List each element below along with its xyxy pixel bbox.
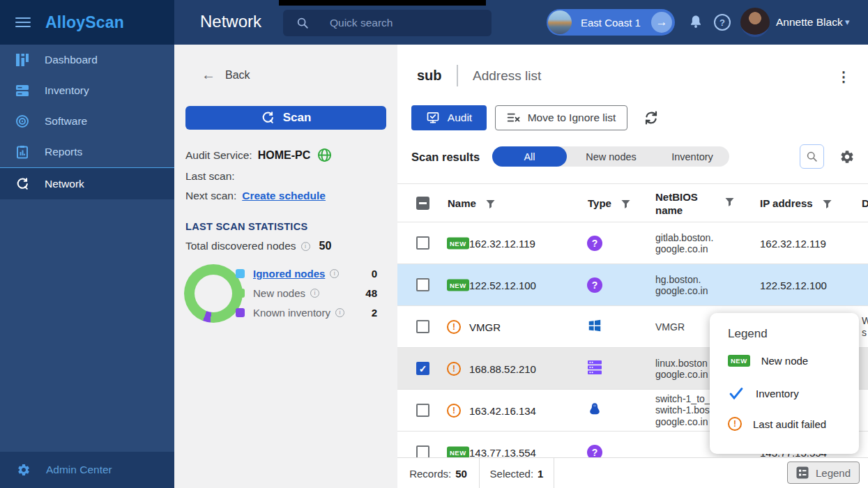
select-all-checkbox[interactable] (416, 197, 429, 210)
last-scan-label: Last scan: (185, 170, 235, 183)
network-scan-icon (15, 177, 29, 191)
last-audit-failed-icon: ! (728, 417, 742, 431)
legend-icon (796, 466, 809, 479)
legend-row-new: New nodes i 48 (236, 286, 377, 300)
netbios-name: switch-1_to_ switch-1.bos google.co.in (655, 393, 710, 428)
filter-icon[interactable] (823, 199, 832, 208)
app-logo: AlloyScan (45, 13, 124, 32)
screen-artifact-strip (279, 0, 486, 6)
records-count: Records: 50 (397, 458, 480, 488)
tab-new-nodes[interactable]: New nodes (567, 146, 655, 167)
audit-service-label: Audit Service: (185, 149, 252, 162)
info-icon: i (301, 242, 310, 251)
scan-button[interactable]: Scan (185, 106, 386, 130)
row-checkbox[interactable] (416, 404, 429, 417)
scan-button-label: Scan (283, 111, 312, 125)
legend-toggle-button[interactable]: Legend (787, 462, 860, 484)
sidebar-item-label: Network (45, 178, 84, 190)
admin-center-label: Admin Center (46, 464, 112, 476)
table-search-button[interactable] (800, 144, 824, 169)
move-to-ignore-list-button[interactable]: Move to Ignore list (495, 105, 627, 130)
breadcrumb-primary: sub (417, 68, 442, 84)
row-checkbox[interactable] (416, 320, 429, 333)
main-content: sub Address list ⋮ Audit Move to Ignore … (397, 45, 868, 488)
sidebar-item-label: Inventory (45, 84, 89, 97)
audit-button[interactable]: Audit (411, 105, 487, 130)
column-header-cutoff: D (862, 197, 868, 210)
info-icon: i (330, 269, 339, 278)
tab-inventory[interactable]: Inventory (655, 146, 729, 167)
sidebar-header: AlloyScan (0, 0, 174, 45)
last-audit-failed-icon: ! (447, 320, 461, 334)
notifications-bell-icon[interactable] (687, 13, 704, 31)
next-scan-row: Next scan: Create schedule (185, 190, 326, 202)
netbios-name: gitlab.boston. google.co.in (655, 231, 713, 254)
last-audit-failed-icon: ! (447, 362, 461, 376)
globe-icon (317, 148, 332, 162)
kebab-menu-icon[interactable]: ⋮ (832, 67, 855, 86)
total-discovered-value: 50 (319, 240, 332, 252)
node-name: VMGR (469, 321, 501, 333)
user-avatar[interactable] (740, 8, 770, 37)
tab-all[interactable]: All (492, 146, 567, 167)
sidebar-item-reports[interactable]: Reports (0, 137, 174, 167)
known-inventory-value: 2 (372, 307, 377, 319)
legend-popup-title: Legend (728, 327, 768, 341)
legend-item-new-node: NEW New node (728, 355, 808, 367)
filter-icon[interactable] (621, 199, 630, 208)
help-icon[interactable]: ? (714, 14, 731, 31)
unknown-device-icon: ? (587, 236, 602, 251)
table-settings-gear-icon[interactable] (839, 149, 855, 165)
ip-address: 162.32.12.119 (760, 237, 826, 249)
user-name[interactable]: Annette Black (776, 16, 843, 29)
sidebar-item-admin-center[interactable]: Admin Center (0, 452, 174, 488)
inventory-icon (15, 84, 29, 98)
table-row[interactable]: NEW 162.32.12.119 ? gitlab.boston. googl… (397, 222, 868, 264)
filter-icon[interactable] (725, 197, 734, 210)
sidebar-item-inventory[interactable]: Inventory (0, 75, 174, 106)
netbios-name: VMGR (655, 321, 685, 333)
filter-icon[interactable] (486, 199, 495, 208)
sidebar: AlloyScan Dashboard Inventory Software (0, 0, 174, 488)
table-row[interactable]: NEW 122.52.12.100 ? hg.boston. google.co… (397, 264, 868, 306)
legend-item-inventory: Inventory (728, 386, 799, 400)
new-node-badge: NEW (728, 355, 750, 367)
new-nodes-value: 48 (365, 287, 377, 299)
row-checkbox[interactable] (416, 236, 429, 250)
region-selector[interactable]: East Coast 1 → (547, 9, 675, 36)
sidebar-nav: Dashboard Inventory Software Reports (0, 45, 174, 199)
back-button[interactable]: ← Back (201, 67, 250, 83)
known-inventory-swatch (236, 308, 245, 317)
legend-row-known: Known inventory i 2 (236, 305, 377, 319)
chevron-down-icon[interactable]: ▾ (845, 17, 850, 27)
sidebar-item-dashboard[interactable]: Dashboard (0, 45, 174, 75)
move-button-label: Move to Ignore list (528, 112, 616, 124)
column-header-netbios: NetBIOS name (655, 190, 713, 217)
new-nodes-label: New nodes (253, 287, 305, 299)
node-name: 168.88.52.210 (469, 363, 536, 374)
row-checkbox-checked[interactable]: ✓ (416, 362, 429, 375)
sidebar-item-label: Software (45, 115, 87, 128)
netbios-name: linux.boston google.co.in (655, 357, 708, 380)
app-window: AlloyScan Dashboard Inventory Software (0, 0, 868, 488)
stats-heading: LAST SCAN STATISTICS (185, 221, 307, 232)
known-inventory-label: Known inventory (253, 307, 330, 319)
ignored-nodes-link[interactable]: Ignored nodes (253, 268, 325, 280)
linux-penguin-icon (587, 402, 602, 420)
node-name: 122.52.12.100 (469, 279, 536, 291)
row-checkbox[interactable] (416, 278, 429, 291)
region-go-button[interactable]: → (651, 12, 672, 33)
table-header: Name Type NetBIOS name IP address D (397, 183, 868, 222)
scan-statistics-donut-chart (184, 264, 243, 323)
reports-icon (15, 145, 29, 159)
node-name: 163.42.16.134 (469, 404, 536, 416)
sidebar-item-software[interactable]: Software (0, 106, 174, 137)
create-schedule-link[interactable]: Create schedule (242, 190, 326, 202)
quick-search-input[interactable]: Quick search (283, 10, 492, 36)
refresh-icon[interactable] (643, 109, 660, 126)
sidebar-item-label: Dashboard (45, 54, 98, 66)
windows-icon (587, 318, 602, 336)
hamburger-menu-icon[interactable] (15, 15, 31, 30)
sidebar-item-network[interactable]: Network (0, 167, 174, 199)
node-name: 162.32.12.119 (469, 237, 535, 249)
